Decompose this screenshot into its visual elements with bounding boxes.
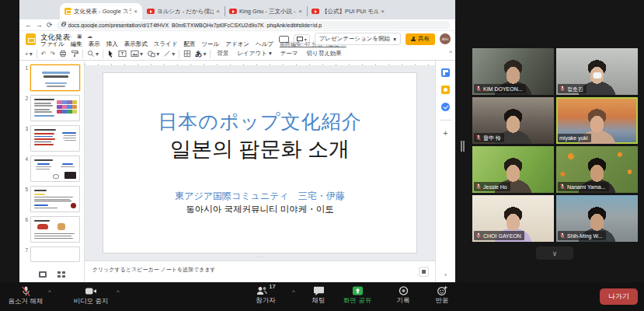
participant-video-choi-gayeon[interactable]: CHOI GAYEON: [472, 195, 554, 242]
slide-subtitle-korean[interactable]: 동아시아 국제커뮤니티 미야케・이토: [103, 204, 416, 215]
cloud-status-icon: ☁: [87, 33, 92, 40]
slide-thumbnail-1-selected[interactable]: [30, 65, 80, 91]
unmute-button[interactable]: 음소거 해제: [5, 285, 47, 305]
thumb-decor: [64, 135, 76, 136]
account-avatar[interactable]: 由紀: [440, 33, 451, 44]
share-screen-button[interactable]: 화면 공유: [337, 285, 378, 304]
slide-thumbnail-2[interactable]: [30, 95, 80, 121]
back-icon[interactable]: ←: [25, 22, 32, 29]
collapse-video-strip-button[interactable]: ∨: [536, 246, 573, 260]
current-slide[interactable]: 日本のポップ文化紹介 일본의 팝문화 소개 東アジア国際コミュニティ 三宅・伊藤…: [103, 72, 417, 253]
participant-video-hatanaka[interactable]: 畠中 怜: [472, 97, 554, 144]
stop-video-button[interactable]: 비디오 중지: [67, 285, 115, 305]
leave-meeting-button[interactable]: 나가기: [600, 288, 638, 305]
tab-close-icon[interactable]: ×: [298, 8, 302, 15]
thumb-decor: [37, 163, 50, 165]
slide-canvas[interactable]: 日本のポップ文化紹介 일본의 팝문화 소개 東アジア国際コミュニティ 三宅・伊藤…: [85, 66, 435, 260]
insert-shape-icon[interactable]: ▾: [147, 50, 159, 58]
add-addon-icon[interactable]: +: [444, 129, 448, 138]
comments-icon[interactable]: [279, 36, 289, 43]
chat-button[interactable]: 채팅: [303, 285, 334, 304]
panel-resize-handle[interactable]: [461, 141, 465, 152]
notes-resize-dots[interactable]: ···: [256, 254, 264, 260]
participant-video-jeong-hojin[interactable]: 정호진: [556, 48, 638, 95]
participant-video-shih-ming[interactable]: Shih-Ming W...: [556, 195, 638, 242]
record-button[interactable]: 기록: [388, 285, 418, 304]
stop-video-label: 비디오 중지: [74, 298, 109, 305]
slide-title-korean[interactable]: 일본의 팝문화 소개: [103, 135, 416, 163]
share-button[interactable]: 共有: [406, 33, 435, 45]
paint-format-icon[interactable]: [71, 50, 78, 58]
slide-thumbnail-3[interactable]: [30, 125, 80, 152]
mic-options-caret-icon[interactable]: ^: [48, 288, 51, 295]
zoom-tool-icon[interactable]: ▾: [87, 50, 99, 58]
tab-close-icon[interactable]: ×: [381, 8, 385, 15]
insert-image-icon[interactable]: ▾: [131, 50, 143, 58]
divider: [440, 120, 451, 121]
tab-slides[interactable]: 文化発表 - Google スライド ×: [60, 3, 142, 19]
google-calendar-icon[interactable]: [441, 68, 450, 77]
print-icon[interactable]: [59, 50, 67, 58]
start-presentation-button[interactable]: プレゼンテーションを開始▾: [315, 33, 401, 45]
reactions-label: 반응: [436, 297, 449, 304]
tab-title: 【公式】PUI PUI モルカー 第1話…: [322, 8, 378, 16]
slide-thumbnail-5[interactable]: [30, 186, 80, 212]
participant-video-miyake-yuki-active-speaker[interactable]: miyake yuki: [556, 97, 638, 144]
slide-thumbnail-4[interactable]: [30, 156, 80, 182]
expand-panel-icon[interactable]: ›: [444, 271, 447, 278]
slide-editor-area: 日本のポップ文化紹介 일본의 팝문화 소개 東アジア国際コミュニティ 三宅・伊藤…: [85, 61, 435, 282]
thumbnail-row-7: 7: [19, 246, 84, 262]
video-options-caret-icon[interactable]: ^: [117, 288, 120, 295]
slide-title-japanese[interactable]: 日本のポップ文化紹介: [103, 109, 416, 135]
undo-icon[interactable]: ↶: [41, 51, 47, 58]
reload-icon[interactable]: ⟳: [47, 22, 53, 29]
thumb-decor: [34, 199, 70, 200]
slide-subtitle-japanese[interactable]: 東アジア国際コミュニティ 三宅・伊藤: [103, 190, 416, 203]
present-mode-icon[interactable]: ▾: [294, 34, 310, 44]
participant-video-kim-doyeon[interactable]: KIM DOYEON...: [472, 48, 554, 95]
slide-number: 5: [22, 186, 28, 212]
transition-button[interactable]: 切り替え効果: [305, 48, 344, 59]
background-button[interactable]: 背景: [214, 48, 231, 59]
speaker-notes-panel[interactable]: クリックするとスピーカー ノートを追加できます: [85, 260, 435, 282]
google-keep-icon[interactable]: [441, 86, 450, 94]
mic-muted-icon: [475, 232, 482, 239]
participants-button[interactable]: 17 참가자: [242, 285, 289, 304]
filmstrip-view-icon[interactable]: [39, 271, 47, 278]
redo-icon[interactable]: ↷: [50, 51, 55, 58]
star-icon[interactable]: ☆: [68, 33, 72, 40]
text-box-icon[interactable]: [118, 50, 127, 58]
reactions-button[interactable]: 반응: [427, 285, 457, 304]
thumb-decor: [34, 201, 71, 201]
text-format-icon[interactable]: あ▾: [195, 49, 206, 59]
move-folder-icon[interactable]: ▣: [77, 33, 82, 40]
unmute-label: 음소거 해제: [9, 298, 44, 305]
grid-view-icon[interactable]: [57, 271, 65, 278]
tab-close-icon[interactable]: ×: [216, 8, 220, 15]
participants-options-caret-icon[interactable]: ^: [292, 288, 295, 295]
insert-line-icon[interactable]: ▾: [163, 50, 175, 58]
google-tasks-icon[interactable]: [441, 103, 450, 111]
address-bar[interactable]: docs.google.com/presentation/d/1T4fHVX_B…: [57, 21, 450, 30]
notes-options-button[interactable]: [419, 267, 429, 277]
select-cursor-icon[interactable]: [107, 50, 114, 58]
tab-youtube-kinggnu[interactable]: King Gnu - 三文小説 - YouTube ×: [225, 3, 307, 19]
slide-thumbnail-7[interactable]: [30, 246, 80, 262]
toolbar-separator: [103, 50, 103, 58]
table-grid-icon[interactable]: [183, 50, 191, 58]
participant-video-jessie-ho[interactable]: Jessie Ho: [472, 146, 554, 193]
new-slide-button[interactable]: +▾: [25, 51, 33, 58]
theme-button[interactable]: テーマ: [278, 48, 301, 59]
tab-close-icon[interactable]: ×: [134, 8, 138, 15]
hide-menus-caret-icon[interactable]: ^: [449, 49, 452, 56]
slide-number: 1: [22, 65, 28, 91]
forward-icon[interactable]: →: [36, 22, 43, 29]
participant-video-nanami-yama[interactable]: Nanami Yama...: [556, 146, 638, 193]
layout-button[interactable]: レイアウト ▾: [235, 48, 273, 59]
slide-number: 7: [22, 246, 28, 262]
tab-youtube-yorushika[interactable]: ヨルシカ - だから僕は音楽を辞めた… ×: [142, 3, 225, 19]
thumb-decor: [34, 109, 50, 110]
tab-youtube-molcar[interactable]: 【公式】PUI PUI モルカー 第1話… ×: [307, 3, 389, 19]
slides-toolbar: +▾ ↶ ↷ ▾ ▾ ▾ ▾ あ▾ 背景 レイアウト ▾ テーマ 切り替え効果 …: [19, 47, 455, 61]
slide-thumbnail-6[interactable]: [30, 216, 80, 243]
